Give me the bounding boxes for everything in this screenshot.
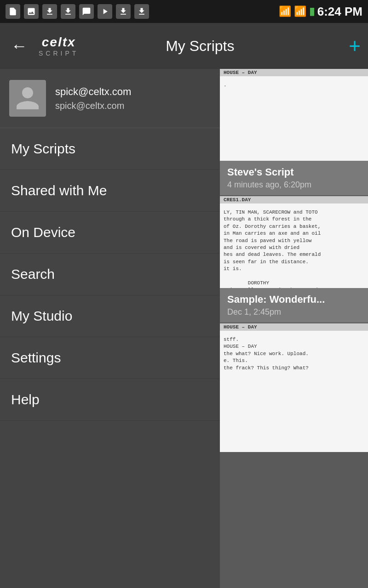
preview-header: HOUSE – DAY bbox=[220, 323, 368, 331]
list-item[interactable]: CRES1.DAY LY, TIN MAN, SCARECROW and TOT… bbox=[220, 196, 368, 322]
image-icon bbox=[24, 4, 39, 19]
preview-content: stff.HOUSE – DAYthe what? Nice work. Upl… bbox=[220, 333, 368, 375]
sidebar-item-label: Settings bbox=[11, 350, 61, 366]
script-list: HOUSE – DAY . Steve's Script 4 minutes a… bbox=[220, 69, 368, 588]
script-date: Dec 1, 2:45pm bbox=[227, 307, 361, 317]
preview-header: HOUSE – DAY bbox=[220, 69, 368, 76]
download-icon bbox=[42, 4, 57, 19]
sidebar-item-label: Search bbox=[11, 266, 55, 282]
sidebar-item-label: My Studio bbox=[11, 308, 72, 324]
sidebar-item-my-scripts[interactable]: My Scripts bbox=[0, 128, 220, 170]
script-info: Steve's Script 4 minutes ago, 6:20pm bbox=[220, 161, 368, 195]
user-email-secondary: spick@celtx.com bbox=[55, 101, 131, 111]
sidebar-item-label: Shared with Me bbox=[11, 183, 107, 198]
sidebar-item-label: On Device bbox=[11, 225, 75, 240]
script-title: Steve's Script bbox=[227, 166, 361, 178]
user-profile: spick@celtx.com spick@celtx.com bbox=[0, 69, 220, 128]
download4-icon bbox=[134, 4, 149, 19]
sidebar-item-settings[interactable]: Settings bbox=[0, 337, 220, 379]
script-preview: HOUSE – DAY . bbox=[220, 69, 368, 161]
script-preview: HOUSE – DAY stff.HOUSE – DAYthe what? Ni… bbox=[220, 323, 368, 452]
script-title: Sample: Wonderfu... bbox=[227, 294, 361, 305]
sidebar-item-label: Help bbox=[11, 392, 40, 407]
main-content: spick@celtx.com spick@celtx.com My Scrip… bbox=[0, 69, 368, 588]
signal-icon: 📶 bbox=[294, 6, 306, 17]
time-display: 6:24 PM bbox=[317, 5, 362, 19]
wifi-icon: 📶 bbox=[279, 6, 291, 17]
sidebar: spick@celtx.com spick@celtx.com My Scrip… bbox=[0, 69, 220, 588]
download2-icon bbox=[61, 4, 75, 19]
add-button[interactable]: + bbox=[349, 34, 361, 57]
battery-icon: ▮ bbox=[309, 6, 315, 17]
script-date: 4 minutes ago, 6:20pm bbox=[227, 180, 361, 190]
user-info: spick@celtx.com spick@celtx.com bbox=[55, 86, 131, 111]
preview-content: . bbox=[220, 78, 368, 92]
sidebar-item-my-studio[interactable]: My Studio bbox=[0, 295, 220, 337]
script-info: Sample: Wonderfu... Dec 1, 2:45pm bbox=[220, 288, 368, 322]
sidebar-item-search[interactable]: Search bbox=[0, 254, 220, 295]
toolbar: ← celtx SCRIPT My Scripts + bbox=[0, 23, 368, 69]
sidebar-item-on-device[interactable]: On Device bbox=[0, 212, 220, 254]
status-bar-left bbox=[6, 4, 149, 19]
video-icon bbox=[98, 4, 112, 19]
preview-header: CRES1.DAY bbox=[220, 196, 368, 204]
avatar bbox=[9, 80, 46, 117]
talk-icon bbox=[79, 4, 94, 19]
download3-icon bbox=[116, 4, 131, 19]
status-bar-right: 📶 📶 ▮ 6:24 PM bbox=[279, 5, 362, 19]
sidebar-item-help[interactable]: Help bbox=[0, 379, 220, 421]
user-email-primary: spick@celtx.com bbox=[55, 86, 131, 98]
script-preview: CRES1.DAY LY, TIN MAN, SCARECROW and TOT… bbox=[220, 196, 368, 288]
back-button[interactable]: ← bbox=[7, 33, 31, 59]
list-item[interactable]: HOUSE – DAY stff.HOUSE – DAYthe what? Ni… bbox=[220, 323, 368, 452]
preview-content: LY, TIN MAN, SCARECROW and TOTOthrough a… bbox=[220, 205, 368, 288]
file-icon bbox=[6, 4, 20, 19]
sidebar-item-shared-with-me[interactable]: Shared with Me bbox=[0, 170, 220, 212]
sidebar-item-label: My Scripts bbox=[11, 141, 75, 157]
page-title: My Scripts bbox=[58, 38, 341, 55]
status-bar: 📶 📶 ▮ 6:24 PM bbox=[0, 0, 368, 23]
list-item[interactable]: HOUSE – DAY . Steve's Script 4 minutes a… bbox=[220, 69, 368, 195]
